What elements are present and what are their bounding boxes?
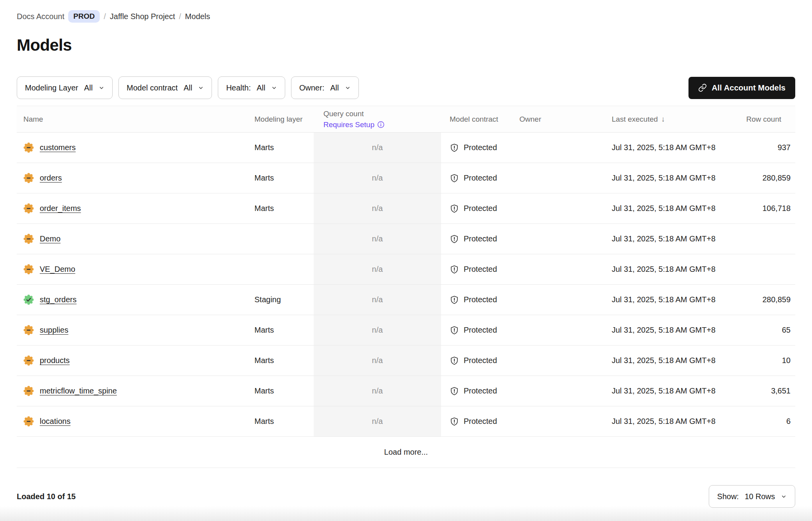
- model-contract-cell: Protected: [441, 143, 517, 152]
- rows-per-page-select[interactable]: Show: 10 Rows: [709, 485, 795, 508]
- requires-setup-link[interactable]: Requires Setup: [323, 119, 441, 130]
- query-count-value: n/a: [314, 406, 441, 436]
- last-executed-value: Jul 31, 2025, 5:18 AM GMT+8: [610, 356, 723, 365]
- model-contract-value: Protected: [464, 174, 497, 183]
- last-executed-value: Jul 31, 2025, 5:18 AM GMT+8: [610, 174, 723, 183]
- shield-exclamation-icon: [450, 326, 459, 335]
- chevron-down-icon: [99, 85, 104, 91]
- model-name-link[interactable]: VE_Demo: [40, 265, 75, 274]
- shield-exclamation-icon: [450, 295, 459, 305]
- shield-exclamation-icon: [450, 386, 459, 396]
- shield-exclamation-icon: [450, 234, 459, 244]
- filter-label: Owner:: [299, 83, 324, 92]
- model-name-link[interactable]: metricflow_time_spine: [40, 386, 117, 395]
- filter-label: Model contract: [127, 83, 178, 92]
- model-contract-cell: Protected: [441, 326, 517, 335]
- row-count-value: 937: [723, 143, 795, 152]
- header-name: Name: [17, 115, 251, 124]
- header-query-count: Query count Requires Setup: [314, 106, 441, 132]
- models-table: Name Modeling layer Query count Requires…: [17, 106, 795, 468]
- health-warning-icon: [23, 325, 34, 335]
- chevron-down-icon: [781, 494, 787, 500]
- modeling-layer-value: Marts: [251, 417, 314, 426]
- sort-descending-icon: ↓: [661, 115, 665, 124]
- query-count-value: n/a: [314, 224, 441, 254]
- breadcrumb-project[interactable]: Jaffle Shop Project: [110, 12, 175, 21]
- name-cell: stg_orders: [17, 294, 251, 305]
- name-cell: products: [17, 355, 251, 366]
- table-row: order_items Marts n/a Protected Jul 31, …: [17, 193, 795, 224]
- model-contract-value: Protected: [464, 234, 497, 243]
- filter-value: All: [330, 83, 339, 92]
- model-contract-value: Protected: [464, 265, 497, 274]
- query-count-value: n/a: [314, 285, 441, 315]
- table-row: stg_orders Staging n/a Protected Jul 31,…: [17, 285, 795, 315]
- breadcrumb-separator: /: [104, 12, 106, 21]
- modeling-layer-value: Marts: [251, 143, 314, 152]
- health-warning-icon: [23, 173, 34, 183]
- model-contract-value: Protected: [464, 386, 497, 395]
- last-executed-value: Jul 31, 2025, 5:18 AM GMT+8: [610, 326, 723, 335]
- model-name-link[interactable]: products: [40, 356, 70, 365]
- row-count-value: 65: [723, 326, 795, 335]
- show-label: Show:: [717, 492, 739, 501]
- model-name-link[interactable]: supplies: [40, 326, 68, 335]
- name-cell: customers: [17, 142, 251, 153]
- model-name-link[interactable]: stg_orders: [40, 295, 77, 304]
- header-modeling-layer: Modeling layer: [251, 115, 314, 124]
- shield-exclamation-icon: [450, 143, 459, 152]
- chevron-down-icon: [271, 85, 277, 91]
- requires-setup-label: Requires Setup: [323, 119, 374, 130]
- table-row: supplies Marts n/a Protected Jul 31, 202…: [17, 315, 795, 346]
- model-name-link[interactable]: locations: [40, 417, 71, 426]
- query-count-value: n/a: [314, 133, 441, 163]
- shield-exclamation-icon: [450, 204, 459, 213]
- table-row: products Marts n/a Protected Jul 31, 202…: [17, 346, 795, 376]
- filter-health[interactable]: Health: All: [218, 76, 285, 99]
- filter-model-contract[interactable]: Model contract All: [118, 76, 212, 99]
- model-contract-cell: Protected: [441, 265, 517, 274]
- model-name-link[interactable]: order_items: [40, 204, 81, 213]
- model-contract-value: Protected: [464, 326, 497, 335]
- models-page: Docs Account PROD / Jaffle Shop Project …: [0, 0, 812, 508]
- breadcrumb-account[interactable]: Docs Account: [17, 12, 64, 21]
- model-name-link[interactable]: Demo: [40, 234, 60, 243]
- header-model-contract: Model contract: [441, 115, 517, 124]
- header-last-executed[interactable]: Last executed ↓: [610, 115, 723, 124]
- filter-owner[interactable]: Owner: All: [291, 76, 359, 99]
- all-account-models-label: All Account Models: [712, 83, 786, 92]
- model-name-link[interactable]: customers: [40, 143, 76, 152]
- shield-exclamation-icon: [450, 417, 459, 426]
- model-contract-value: Protected: [464, 356, 497, 365]
- health-warning-icon: [23, 203, 34, 214]
- filter-label: Health:: [226, 83, 251, 92]
- name-cell: Demo: [17, 234, 251, 244]
- row-count-value: 3,651: [723, 386, 795, 395]
- last-executed-value: Jul 31, 2025, 5:18 AM GMT+8: [610, 234, 723, 243]
- last-executed-value: Jul 31, 2025, 5:18 AM GMT+8: [610, 143, 723, 152]
- filter-value: All: [184, 83, 192, 92]
- row-count-value: 280,859: [723, 295, 795, 304]
- modeling-layer-value: Marts: [251, 174, 314, 183]
- name-cell: metricflow_time_spine: [17, 386, 251, 396]
- table-row: locations Marts n/a Protected Jul 31, 20…: [17, 406, 795, 437]
- table-row: orders Marts n/a Protected Jul 31, 2025,…: [17, 163, 795, 193]
- model-contract-cell: Protected: [441, 295, 517, 305]
- info-circle-icon[interactable]: [377, 121, 385, 128]
- filter-modeling-layer[interactable]: Modeling Layer All: [17, 76, 113, 99]
- model-contract-value: Protected: [464, 143, 497, 152]
- model-name-link[interactable]: orders: [40, 174, 62, 183]
- model-contract-value: Protected: [464, 204, 497, 213]
- loaded-count-text: Loaded 10 of 15: [17, 492, 76, 501]
- load-more-button[interactable]: Load more...: [17, 437, 795, 468]
- query-count-value: n/a: [314, 254, 441, 284]
- model-contract-cell: Protected: [441, 174, 517, 183]
- health-success-icon: [23, 294, 34, 305]
- model-contract-cell: Protected: [441, 356, 517, 365]
- table-row: VE_Demo n/a Protected Jul 31, 2025, 5:18…: [17, 254, 795, 285]
- last-executed-value: Jul 31, 2025, 5:18 AM GMT+8: [610, 417, 723, 426]
- show-value: 10 Rows: [745, 492, 775, 501]
- filter-value: All: [257, 83, 265, 92]
- pagination-footer: Loaded 10 of 15 Show: 10 Rows: [17, 485, 795, 508]
- all-account-models-button[interactable]: All Account Models: [688, 77, 795, 99]
